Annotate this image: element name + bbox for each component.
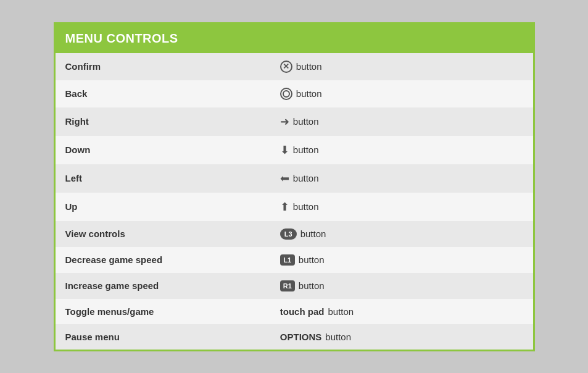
table-row: Left⬅button — [56, 164, 533, 193]
touchpad-label: touch pad — [280, 306, 325, 317]
button-word: button — [299, 254, 325, 265]
table-row: Backbutton — [56, 80, 533, 107]
table-row: Down⬇button — [56, 136, 533, 164]
button-cell: L3button — [270, 221, 533, 247]
action-label: Up — [56, 193, 270, 221]
table-row: Up⬆button — [56, 193, 533, 221]
action-label: Increase game speed — [56, 273, 270, 299]
table-row: Pause menuOPTIONSbutton — [56, 324, 533, 350]
button-word: button — [296, 61, 322, 72]
table-row: Increase game speedR1button — [56, 273, 533, 299]
button-display: ➜button — [280, 115, 523, 128]
table-row: View controlsL3button — [56, 221, 533, 247]
action-label: Confirm — [56, 53, 270, 80]
arrow-down-icon: ⬇ — [280, 143, 289, 157]
button-cell: R1button — [270, 273, 533, 299]
options-label: OPTIONS — [280, 332, 322, 342]
button-cell: OPTIONSbutton — [270, 324, 533, 350]
button-word: button — [293, 145, 319, 155]
action-label: Down — [56, 136, 270, 164]
action-label: Toggle menus/game — [56, 299, 270, 324]
button-cell: ⬆button — [270, 193, 533, 221]
arrow-left-icon: ⬅ — [280, 172, 289, 185]
button-display: ✕button — [280, 61, 523, 73]
action-label: View controls — [56, 221, 270, 247]
r1-badge: R1 — [280, 280, 295, 291]
button-display: ⬇button — [280, 143, 523, 157]
button-word: button — [293, 116, 319, 127]
button-word: button — [325, 332, 351, 342]
action-label: Pause menu — [56, 324, 270, 350]
button-display: L3button — [280, 228, 523, 240]
button-display: touch padbutton — [280, 306, 523, 317]
button-cell: ➜button — [270, 107, 533, 136]
button-display: L1button — [280, 254, 523, 266]
circle-icon — [280, 88, 292, 100]
action-label: Back — [56, 80, 270, 107]
controls-table: Confirm✕buttonBackbuttonRight➜buttonDown… — [56, 53, 533, 350]
button-cell: ⬅button — [270, 164, 533, 193]
table-row: Decrease game speedL1button — [56, 247, 533, 273]
button-cell: ⬇button — [270, 136, 533, 164]
button-display: ⬅button — [280, 172, 523, 185]
arrow-up-icon: ⬆ — [280, 200, 289, 214]
cross-icon: ✕ — [280, 61, 292, 73]
menu-controls-panel: MENU CONTROLS Confirm✕buttonBackbuttonRi… — [54, 22, 535, 351]
button-display: button — [280, 88, 523, 100]
action-label: Left — [56, 164, 270, 193]
button-cell: button — [270, 80, 533, 107]
button-word: button — [328, 306, 354, 317]
button-word: button — [296, 88, 322, 99]
button-word: button — [300, 228, 326, 239]
action-label: Right — [56, 107, 270, 136]
panel-header: MENU CONTROLS — [56, 24, 533, 53]
panel-title: MENU CONTROLS — [65, 31, 178, 45]
l3-badge: L3 — [280, 228, 297, 240]
table-row: Right➜button — [56, 107, 533, 136]
action-label: Decrease game speed — [56, 247, 270, 273]
button-word: button — [293, 201, 319, 212]
button-cell: touch padbutton — [270, 299, 533, 324]
button-word: button — [293, 173, 319, 183]
button-display: R1button — [280, 280, 523, 291]
button-cell: ✕button — [270, 53, 533, 80]
button-cell: L1button — [270, 247, 533, 273]
table-row: Confirm✕button — [56, 53, 533, 80]
button-display: ⬆button — [280, 200, 523, 214]
l1-badge: L1 — [280, 254, 295, 266]
arrow-right-icon: ➜ — [280, 115, 289, 128]
button-display: OPTIONSbutton — [280, 332, 523, 342]
table-row: Toggle menus/gametouch padbutton — [56, 299, 533, 324]
button-word: button — [299, 280, 325, 291]
